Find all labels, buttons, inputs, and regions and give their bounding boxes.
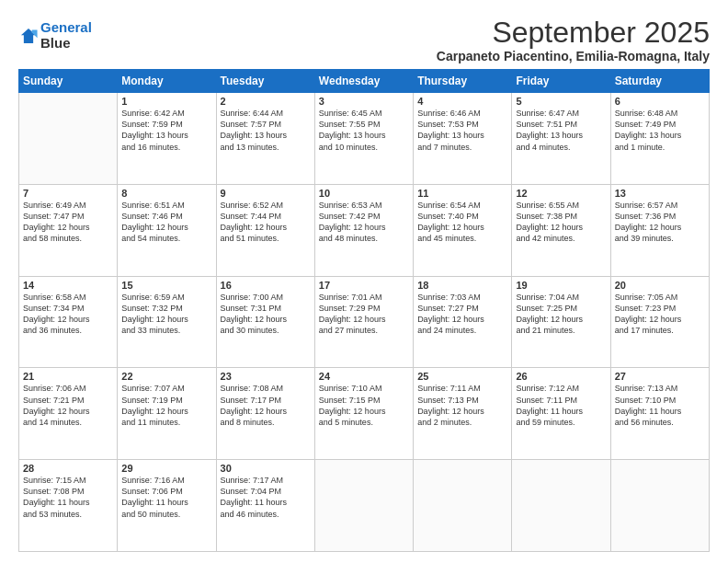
day-number: 13 <box>615 188 705 199</box>
day-info: Sunrise: 6:51 AMSunset: 7:46 PMDaylight:… <box>121 200 211 245</box>
calendar-cell: 8Sunrise: 6:51 AMSunset: 7:46 PMDaylight… <box>118 184 216 276</box>
day-number: 27 <box>615 371 705 382</box>
week-row-4: 21Sunrise: 7:06 AMSunset: 7:21 PMDayligh… <box>19 368 710 460</box>
logo-text: General Blue <box>40 20 92 51</box>
day-number: 6 <box>615 96 705 107</box>
day-number: 26 <box>516 371 606 382</box>
day-info: Sunrise: 7:04 AMSunset: 7:25 PMDaylight:… <box>516 292 606 337</box>
calendar-cell: 11Sunrise: 6:54 AMSunset: 7:40 PMDayligh… <box>414 184 512 276</box>
day-info: Sunrise: 6:44 AMSunset: 7:57 PMDaylight:… <box>221 108 311 153</box>
calendar-cell <box>314 460 413 552</box>
calendar-table: Sunday Monday Tuesday Wednesday Thursday… <box>18 69 710 552</box>
day-info: Sunrise: 6:54 AMSunset: 7:40 PMDaylight:… <box>417 200 507 245</box>
day-info: Sunrise: 6:57 AMSunset: 7:36 PMDaylight:… <box>615 200 705 245</box>
day-number: 14 <box>23 280 113 291</box>
calendar-cell: 28Sunrise: 7:15 AMSunset: 7:08 PMDayligh… <box>19 460 118 552</box>
header: General Blue September 2025 Carpaneto Pi… <box>18 17 710 63</box>
day-number: 19 <box>516 280 606 291</box>
day-number: 10 <box>319 188 409 199</box>
col-saturday: Saturday <box>610 70 709 93</box>
col-friday: Friday <box>512 70 610 93</box>
day-info: Sunrise: 6:48 AMSunset: 7:49 PMDaylight:… <box>615 108 705 153</box>
day-number: 8 <box>121 188 211 199</box>
day-number: 24 <box>319 371 409 382</box>
day-info: Sunrise: 6:42 AMSunset: 7:59 PMDaylight:… <box>121 108 211 153</box>
calendar-cell: 16Sunrise: 7:00 AMSunset: 7:31 PMDayligh… <box>216 276 314 368</box>
day-info: Sunrise: 7:11 AMSunset: 7:13 PMDaylight:… <box>417 383 507 428</box>
day-info: Sunrise: 7:08 AMSunset: 7:17 PMDaylight:… <box>221 383 311 428</box>
logo: General Blue <box>18 20 92 51</box>
day-number: 29 <box>121 463 211 474</box>
col-tuesday: Tuesday <box>216 70 314 93</box>
day-number: 5 <box>516 96 606 107</box>
day-info: Sunrise: 7:06 AMSunset: 7:21 PMDaylight:… <box>23 383 113 428</box>
day-info: Sunrise: 7:01 AMSunset: 7:29 PMDaylight:… <box>319 292 409 337</box>
day-info: Sunrise: 7:12 AMSunset: 7:11 PMDaylight:… <box>516 383 606 428</box>
calendar-cell: 7Sunrise: 6:49 AMSunset: 7:47 PMDaylight… <box>19 184 118 276</box>
col-sunday: Sunday <box>19 70 118 93</box>
day-number: 1 <box>121 96 211 107</box>
main-title: September 2025 <box>437 17 710 49</box>
day-number: 2 <box>221 96 311 107</box>
calendar-cell: 17Sunrise: 7:01 AMSunset: 7:29 PMDayligh… <box>314 276 413 368</box>
calendar-cell: 25Sunrise: 7:11 AMSunset: 7:13 PMDayligh… <box>414 368 512 460</box>
week-row-1: 1Sunrise: 6:42 AMSunset: 7:59 PMDaylight… <box>19 93 710 185</box>
calendar-cell <box>414 460 512 552</box>
calendar-cell: 19Sunrise: 7:04 AMSunset: 7:25 PMDayligh… <box>512 276 610 368</box>
header-row: Sunday Monday Tuesday Wednesday Thursday… <box>19 70 710 93</box>
calendar-cell: 20Sunrise: 7:05 AMSunset: 7:23 PMDayligh… <box>610 276 709 368</box>
calendar-cell <box>610 460 709 552</box>
calendar-cell: 3Sunrise: 6:45 AMSunset: 7:55 PMDaylight… <box>314 93 413 185</box>
day-number: 12 <box>516 188 606 199</box>
calendar-cell: 30Sunrise: 7:17 AMSunset: 7:04 PMDayligh… <box>216 460 314 552</box>
calendar-cell: 26Sunrise: 7:12 AMSunset: 7:11 PMDayligh… <box>512 368 610 460</box>
calendar-cell: 4Sunrise: 6:46 AMSunset: 7:53 PMDaylight… <box>414 93 512 185</box>
day-info: Sunrise: 7:05 AMSunset: 7:23 PMDaylight:… <box>615 292 705 337</box>
day-info: Sunrise: 6:58 AMSunset: 7:34 PMDaylight:… <box>23 292 113 337</box>
calendar-cell: 2Sunrise: 6:44 AMSunset: 7:57 PMDaylight… <box>216 93 314 185</box>
calendar-cell <box>512 460 610 552</box>
day-number: 9 <box>221 188 311 199</box>
day-number: 15 <box>121 280 211 291</box>
calendar-cell: 27Sunrise: 7:13 AMSunset: 7:10 PMDayligh… <box>610 368 709 460</box>
calendar-cell: 9Sunrise: 6:52 AMSunset: 7:44 PMDaylight… <box>216 184 314 276</box>
calendar-header: Sunday Monday Tuesday Wednesday Thursday… <box>19 70 710 93</box>
day-number: 28 <box>23 463 113 474</box>
day-number: 30 <box>221 463 311 474</box>
day-info: Sunrise: 6:49 AMSunset: 7:47 PMDaylight:… <box>23 200 113 245</box>
week-row-2: 7Sunrise: 6:49 AMSunset: 7:47 PMDaylight… <box>19 184 710 276</box>
day-info: Sunrise: 7:10 AMSunset: 7:15 PMDaylight:… <box>319 383 409 428</box>
logo-icon <box>18 26 39 46</box>
calendar-cell: 1Sunrise: 6:42 AMSunset: 7:59 PMDaylight… <box>118 93 216 185</box>
calendar-cell: 13Sunrise: 6:57 AMSunset: 7:36 PMDayligh… <box>610 184 709 276</box>
day-info: Sunrise: 6:45 AMSunset: 7:55 PMDaylight:… <box>319 108 409 153</box>
day-number: 25 <box>417 371 507 382</box>
col-thursday: Thursday <box>414 70 512 93</box>
col-monday: Monday <box>118 70 216 93</box>
page: General Blue September 2025 Carpaneto Pi… <box>0 0 728 563</box>
day-info: Sunrise: 7:07 AMSunset: 7:19 PMDaylight:… <box>121 383 211 428</box>
calendar-cell: 23Sunrise: 7:08 AMSunset: 7:17 PMDayligh… <box>216 368 314 460</box>
title-block: September 2025 Carpaneto Piacentino, Emi… <box>437 17 710 63</box>
calendar-cell: 6Sunrise: 6:48 AMSunset: 7:49 PMDaylight… <box>610 93 709 185</box>
day-number: 21 <box>23 371 113 382</box>
day-number: 22 <box>121 371 211 382</box>
week-row-5: 28Sunrise: 7:15 AMSunset: 7:08 PMDayligh… <box>19 460 710 552</box>
day-info: Sunrise: 6:53 AMSunset: 7:42 PMDaylight:… <box>319 200 409 245</box>
calendar-cell: 24Sunrise: 7:10 AMSunset: 7:15 PMDayligh… <box>314 368 413 460</box>
calendar-cell: 29Sunrise: 7:16 AMSunset: 7:06 PMDayligh… <box>118 460 216 552</box>
day-number: 16 <box>221 280 311 291</box>
day-number: 11 <box>417 188 507 199</box>
day-info: Sunrise: 7:15 AMSunset: 7:08 PMDaylight:… <box>23 475 113 520</box>
week-row-3: 14Sunrise: 6:58 AMSunset: 7:34 PMDayligh… <box>19 276 710 368</box>
day-info: Sunrise: 6:52 AMSunset: 7:44 PMDaylight:… <box>221 200 311 245</box>
calendar-cell: 14Sunrise: 6:58 AMSunset: 7:34 PMDayligh… <box>19 276 118 368</box>
calendar-body: 1Sunrise: 6:42 AMSunset: 7:59 PMDaylight… <box>19 93 710 552</box>
day-info: Sunrise: 7:00 AMSunset: 7:31 PMDaylight:… <box>221 292 311 337</box>
calendar-cell: 15Sunrise: 6:59 AMSunset: 7:32 PMDayligh… <box>118 276 216 368</box>
calendar-cell: 21Sunrise: 7:06 AMSunset: 7:21 PMDayligh… <box>19 368 118 460</box>
day-info: Sunrise: 6:55 AMSunset: 7:38 PMDaylight:… <box>516 200 606 245</box>
calendar-cell: 22Sunrise: 7:07 AMSunset: 7:19 PMDayligh… <box>118 368 216 460</box>
day-info: Sunrise: 7:16 AMSunset: 7:06 PMDaylight:… <box>121 475 211 520</box>
day-info: Sunrise: 7:13 AMSunset: 7:10 PMDaylight:… <box>615 383 705 428</box>
